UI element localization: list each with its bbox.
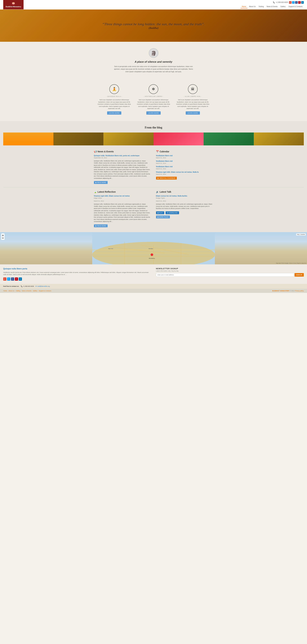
social-icons: G+ T f P in	[289, 1, 304, 4]
footer-nav-visiting[interactable]: Visiting	[16, 290, 20, 292]
calendar-item-2: Vestibulum libero nisl March 01, 2014	[156, 160, 213, 164]
blog-title: From the blog	[3, 126, 304, 129]
reflection-title: 🍃 Latest Reflection	[94, 190, 151, 193]
calendar-item-4: Vivamus eget nibh. Etiam cursus leo vel …	[156, 171, 213, 175]
cal-link-3[interactable]: Vestibulum libero nisl	[156, 166, 213, 168]
signup-button[interactable]: SIGN UP	[294, 273, 304, 276]
svg-text:New York: New York	[108, 248, 113, 249]
news-item-link[interactable]: Quisque nulla. Vestibulum libero nisl, p…	[94, 155, 151, 156]
email-input[interactable]	[156, 273, 294, 276]
more-talks-btn[interactable]: ▶ MORE TALKS	[156, 216, 170, 218]
phone-number: +1 959 603 6035	[276, 2, 288, 3]
footer-nav-support[interactable]: Support & Contacts	[39, 290, 51, 292]
learn-more-btn-2[interactable]: LEARN MORE	[146, 112, 161, 114]
speaker-icon: 🔊	[156, 190, 159, 193]
arrow-icon-3: ▶	[96, 225, 97, 227]
footer-contact-bar: Feel free to contact us: 📞 +1 959 603 60…	[0, 284, 307, 289]
features-section: 🧘 - QUISQUE NULLA - Sed ut pe oluptatem …	[0, 80, 307, 121]
contact-label: Feel free to contact us:	[3, 286, 19, 287]
blog-image-3[interactable]	[103, 132, 154, 146]
feature-3: 🏛 - ULUM LIBERO NISL - Sed ut pe oluptat…	[176, 84, 210, 114]
news-title: 📢 News & Events	[94, 150, 151, 153]
talk-date: March 01, 2014	[156, 200, 213, 202]
hero-section: “Three things cannot be long hidden: the…	[0, 10, 307, 42]
footer-google-btn[interactable]: G+	[3, 278, 7, 281]
cal-link-4[interactable]: Vivamus eget nibh. Etiam cursus leo vel …	[156, 171, 213, 173]
arrow-icon-4: ▶	[158, 216, 159, 218]
buddha-avatar: 🗿	[149, 48, 158, 58]
main-nav: Home About Us Visiting News & Events Gal…	[240, 5, 304, 8]
blog-image-6[interactable]	[254, 132, 304, 146]
download-btn[interactable]: ⬇ DOWNLOAD	[166, 211, 179, 214]
reflection-read-more[interactable]: ▶ READ MORE	[94, 224, 108, 227]
calendar-item-1: Vestibulum libero nisl March 01, 2014	[156, 155, 213, 158]
blog-image-1[interactable]	[3, 132, 53, 146]
feature-1: 🧘 - QUISQUE NULLA - Sed ut pe oluptatem …	[97, 84, 131, 114]
intro-section: 🗿 A place of silence and serenity Sed ut…	[0, 42, 307, 80]
arrow-icon: ▶	[96, 182, 97, 183]
learn-more-btn-1[interactable]: LEARN MORE	[107, 112, 122, 114]
feature-icon-3: 🏛	[188, 84, 198, 94]
footer-col-text: Vestibulum iaculis lacinia est. Proin di…	[3, 272, 151, 276]
map-zoom-controls[interactable]: ⊕⊖	[1, 234, 5, 240]
map-type-toggle[interactable]: Map | Satellite	[296, 234, 306, 236]
feature-icon-2: ☸	[149, 84, 158, 94]
footer-brand: BUDDHIST MONASTERY	[272, 290, 289, 292]
map-placeholder[interactable]: Monastery New York Brooklyn ⊕⊖ Map | Sat…	[0, 232, 307, 264]
linkedin-btn[interactable]: in	[301, 1, 304, 4]
email-icon-footer: ✉	[36, 286, 37, 287]
privacy-link[interactable]: Privacy policy	[295, 290, 304, 292]
cal-date-4: March 01, 2014	[156, 174, 213, 175]
cal-date-1: March 01, 2014	[156, 157, 213, 158]
view-calendar-btn[interactable]: ▶ VIEW FULL CALENDAR	[156, 177, 177, 180]
footer-nav-links: Home About Us Visiting News & Events Gal…	[3, 290, 51, 292]
footer-facebook-btn[interactable]: f	[11, 278, 14, 281]
nav-news[interactable]: News & Events	[265, 5, 279, 8]
footer-nav-news[interactable]: News & Events	[22, 290, 32, 292]
features-grid: 🧘 - QUISQUE NULLA - Sed ut pe oluptatem …	[97, 84, 210, 114]
cal-link-2[interactable]: Vestibulum libero nisl	[156, 160, 213, 162]
footer-twitter-btn[interactable]: T	[7, 278, 10, 281]
reflection-author: Edgar White	[94, 197, 151, 199]
footer-contact-info: Feel free to contact us: 📞 +1 959 603 60…	[3, 286, 50, 287]
news-text: Quisque nulla. Vestibulum libero nisl, p…	[94, 160, 151, 180]
footer-nav-home[interactable]: Home	[3, 290, 7, 292]
footer-linkedin-btn[interactable]: in	[19, 278, 22, 281]
footer-pinterest-btn[interactable]: P	[15, 278, 18, 281]
nav-about[interactable]: About Us	[248, 5, 257, 8]
twitter-btn[interactable]: T	[292, 1, 294, 4]
hero-text: “Three things cannot be long hidden: the…	[102, 22, 205, 30]
nav-visiting[interactable]: Visiting	[257, 5, 265, 8]
nav-home[interactable]: Home	[240, 5, 247, 8]
feature-title-2: - VESTIBULUM LIBERO -	[136, 96, 171, 97]
cal-date-2: March 01, 2014	[156, 162, 213, 164]
nav-gallery[interactable]: Gallery	[279, 5, 287, 8]
footer-nav-about[interactable]: About Us	[9, 290, 14, 292]
logo-text: Buddhist Monastery	[6, 6, 21, 8]
learn-more-btn-3[interactable]: LEARN MORE	[186, 112, 200, 114]
facebook-btn[interactable]: f	[295, 1, 298, 4]
reflection-col: 🍃 Latest Reflection Vivamus eget nibh. E…	[94, 190, 151, 227]
reflection-link[interactable]: Vivamus eget nibh. Etiam cursus leo vel …	[94, 195, 151, 197]
google-plus-btn[interactable]: G+	[289, 1, 291, 4]
svg-text:Brooklyn: Brooklyn	[149, 248, 153, 250]
play-btn[interactable]: ▶ PLAY	[156, 211, 164, 214]
blog-image-4[interactable]	[154, 132, 204, 146]
hero-quote: “Three things cannot be long hidden: the…	[102, 22, 205, 27]
reflection-text: Quisque nulla. Vestibulum libero nisl, p…	[94, 203, 151, 223]
map-section: Monastery New York Brooklyn ⊕⊖ Map | Sat…	[0, 232, 307, 264]
map-svg: Monastery New York Brooklyn	[0, 232, 307, 264]
calendar-icon: 📅	[156, 150, 159, 153]
blog-image-grid	[3, 132, 304, 146]
footer-nav-gallery[interactable]: Gallery	[33, 290, 38, 292]
nav-support[interactable]: Support & Contacts	[287, 5, 304, 8]
pinterest-btn[interactable]: P	[298, 1, 301, 4]
blog-image-5[interactable]	[204, 132, 254, 146]
read-more-btn[interactable]: ▶ READ MORE	[94, 181, 108, 184]
talk-link[interactable]: Etiam cursus leo vel metus. Nulla facili…	[156, 195, 213, 197]
footer-col-2: NEWSLETTER SIGNUP Latest information onl…	[156, 268, 304, 281]
svg-text:Monastery: Monastery	[149, 258, 155, 259]
blog-image-2[interactable]	[53, 132, 104, 146]
footer-email[interactable]: ✉ mail@demolink.org	[36, 286, 50, 287]
cal-link-1[interactable]: Vestibulum libero nisl	[156, 155, 213, 156]
